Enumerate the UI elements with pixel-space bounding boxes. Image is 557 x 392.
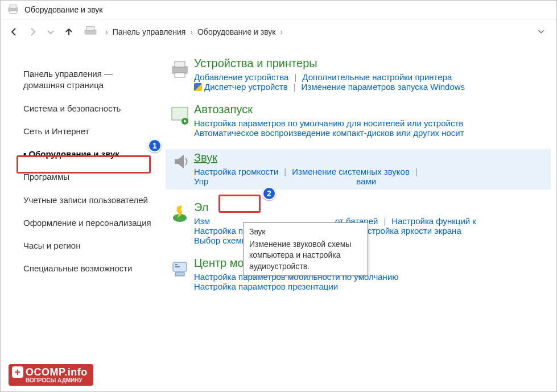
- sidebar-item-ease[interactable]: Специальные возможности: [23, 257, 154, 280]
- link-separator: |: [288, 82, 302, 92]
- sidebar-item-home[interactable]: Панель управления — домашняя страница: [23, 63, 154, 97]
- tooltip-title: Звук: [249, 226, 362, 238]
- section-title-power[interactable]: Эл: [194, 201, 208, 214]
- link-system-sounds[interactable]: Изменение системных звуков: [292, 167, 410, 176]
- sidebar-item-label: Оформление и персонализация: [23, 218, 151, 228]
- link-separator: |: [288, 72, 302, 82]
- breadcrumb-item-hardware-sound[interactable]: Оборудование и звук: [194, 26, 279, 38]
- breadcrumb-root-icon[interactable]: [82, 26, 98, 38]
- svg-rect-12: [175, 273, 184, 276]
- breadcrumb-dropdown-icon[interactable]: [537, 27, 545, 37]
- sidebar-item-network[interactable]: Сеть и Интернет: [23, 120, 154, 143]
- svg-rect-2: [10, 11, 16, 14]
- nav-bar: › Панель управления › Оборудование и зву…: [1, 19, 556, 46]
- nav-recent-dropdown[interactable]: [43, 24, 59, 40]
- tooltip: Звук Изменение звуковой схемы компьютера…: [243, 222, 368, 276]
- tooltip-body: Изменение звуковой схемы компьютера и на…: [249, 239, 362, 273]
- watermark: OCOMP.info ВОПРОСЫ АДМИНУ: [9, 364, 93, 386]
- link-add-device[interactable]: Добавление устройства: [194, 72, 288, 82]
- link-manage-audio-devices-partial-left[interactable]: Упр: [194, 176, 208, 186]
- nav-up-button[interactable]: [61, 24, 77, 40]
- autoplay-icon: [166, 103, 194, 138]
- link-separator: |: [410, 167, 423, 176]
- link-separator: |: [378, 216, 391, 226]
- breadcrumb-item-control-panel[interactable]: Панель управления: [109, 26, 189, 38]
- sidebar-item-label: Учетные записи пользователей: [23, 195, 148, 205]
- sidebar-item-label: Специальные возможности: [23, 263, 133, 273]
- nav-back-button[interactable]: [6, 24, 22, 40]
- window-title: Оборудование и звук: [24, 5, 103, 14]
- section-title-sound[interactable]: Звук: [194, 151, 217, 164]
- link-startup-settings[interactable]: Изменение параметров запуска Windows: [302, 82, 465, 92]
- link-manage-audio-devices-partial-right[interactable]: вами: [356, 176, 376, 186]
- link-mobility-presentation[interactable]: Настройка параметров презентации: [194, 282, 338, 291]
- watermark-sub: ВОПРОСЫ АДМИНУ: [26, 377, 88, 383]
- nav-forward-button[interactable]: [24, 24, 40, 40]
- sidebar-item-label: Сеть и Интернет: [23, 126, 89, 136]
- section-autoplay: Автозапуск Настройка параметров по умолч…: [166, 103, 551, 138]
- chevron-right-icon[interactable]: ›: [189, 27, 194, 36]
- chevron-right-icon[interactable]: ›: [279, 27, 284, 36]
- link-power-change-partial[interactable]: Изм: [194, 216, 210, 226]
- link-device-manager[interactable]: Диспетчер устройств: [194, 82, 288, 92]
- section-title-autoplay[interactable]: Автозапуск: [194, 103, 253, 116]
- sidebar-item-label: Программы: [23, 172, 69, 181]
- link-volume[interactable]: Настройка громкости: [194, 167, 278, 176]
- sidebar-item-appearance[interactable]: Оформление и персонализация: [23, 212, 154, 234]
- svg-rect-6: [175, 61, 185, 67]
- link-separator: |: [278, 167, 292, 176]
- svg-rect-1: [10, 5, 16, 9]
- section-devices-printers: Устройства и принтеры Добавление устройс…: [166, 57, 551, 92]
- svg-rect-4: [86, 27, 94, 31]
- power-icon: [166, 201, 194, 245]
- link-power-brightness[interactable]: Настройка яркости экрана: [357, 226, 461, 236]
- sidebar-item-label: Система и безопасность: [23, 104, 121, 113]
- link-power-functions[interactable]: Настройка функций к: [391, 216, 476, 226]
- sidebar-item-clock[interactable]: Часы и регион: [23, 234, 154, 257]
- link-autoplay-cd[interactable]: Автоматическое воспроизведение компакт-д…: [194, 128, 464, 138]
- svg-rect-7: [175, 73, 185, 77]
- section-sound: Звук Настройка громкости| Изменение сист…: [166, 149, 551, 189]
- speaker-icon: [166, 149, 194, 189]
- sidebar: Панель управления — домашняя страница Си…: [1, 57, 166, 308]
- title-bar: Оборудование и звук: [1, 1, 556, 19]
- sidebar-item-accounts[interactable]: Учетные записи пользователей: [23, 189, 154, 212]
- watermark-brand: OCOMP.info: [26, 366, 88, 378]
- printer-icon: [166, 57, 194, 92]
- sidebar-item-label: Панель управления — домашняя страница: [23, 69, 113, 90]
- sidebar-item-hardware-sound[interactable]: • Оборудование и звук: [23, 143, 154, 166]
- tooltip-gap: [208, 176, 356, 186]
- link-autoplay-defaults[interactable]: Настройка параметров по умолчанию для но…: [194, 118, 463, 128]
- section-title-devices[interactable]: Устройства и принтеры: [194, 57, 317, 70]
- sidebar-item-programs[interactable]: Программы: [23, 166, 154, 188]
- link-advanced-printer[interactable]: Дополнительные настройки принтера: [302, 72, 452, 82]
- mobility-icon: [166, 257, 194, 291]
- sidebar-item-label: Оборудование и звук: [28, 149, 119, 159]
- sidebar-item-system[interactable]: Система и безопасность: [23, 97, 154, 120]
- chevron-right-icon[interactable]: ›: [104, 27, 109, 36]
- breadcrumb[interactable]: › Панель управления › Оборудование и зву…: [104, 26, 551, 38]
- printer-icon: [6, 4, 20, 15]
- sidebar-item-label: Часы и регион: [23, 241, 81, 250]
